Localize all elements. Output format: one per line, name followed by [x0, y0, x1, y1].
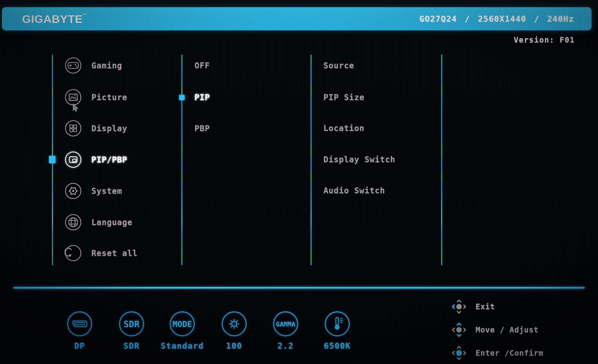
svg-text:GAMMA: GAMMA — [276, 321, 295, 328]
status-value: 2.2 — [259, 341, 312, 351]
sidebar-item-label: Gaming — [91, 61, 122, 70]
footer-divider — [13, 287, 585, 289]
status-value: SDR — [105, 341, 158, 351]
color-temperature-icon — [324, 311, 350, 337]
gigabyte-logo: GIGABYTE™ — [22, 12, 86, 25]
joystick-left-icon — [452, 299, 466, 315]
sidebar-item-label: Language — [91, 218, 133, 227]
header-bar: GIGABYTE™ GO27Q24 / 2560X1440 / 240Hz — [2, 7, 591, 30]
display-grid-icon — [65, 120, 82, 137]
svg-text:MODE: MODE — [173, 319, 192, 329]
option-item-pip-size[interactable]: PIP Size — [324, 92, 365, 102]
sidebar-item-label: Picture — [91, 92, 127, 102]
sidebar-item-label: Reset all — [91, 248, 138, 258]
osd-screen: GIGABYTE™ GO27Q24 / 2560X1440 / 240Hz Ve… — [0, 0, 598, 364]
legend-label: Move / Adjust — [475, 325, 539, 334]
sidebar-item-label: PIP/PBP — [91, 155, 127, 164]
model-info: GO27Q24 / 2560X1440 / 240Hz — [419, 14, 574, 24]
legend-exit: Exit — [452, 298, 495, 315]
refresh-rate: 240Hz — [547, 14, 574, 24]
gear-icon — [65, 182, 82, 200]
svg-text:SDR: SDR — [124, 319, 140, 329]
sidebar-item-language[interactable]: Language — [65, 214, 133, 231]
sidebar-selection-marker — [49, 156, 56, 163]
gamepad-icon — [65, 57, 82, 74]
option-item-location[interactable]: Location — [324, 123, 365, 133]
option-item-audio-switch[interactable]: Audio Switch — [324, 186, 385, 195]
legend-move-adjust: Move / Adjust — [452, 322, 539, 338]
scanline-overlay — [0, 0, 598, 364]
resolution: 2560X1440 — [478, 14, 526, 24]
options-left-divider-line — [311, 55, 311, 265]
submenu-divider-line — [182, 55, 182, 265]
separator: / — [532, 14, 542, 24]
separator: / — [462, 14, 473, 24]
option-item-display-switch[interactable]: Display Switch — [324, 154, 395, 164]
sidebar-item-gaming[interactable]: Gaming — [65, 57, 122, 74]
submenu-item-pip[interactable]: PIP — [194, 92, 210, 102]
status-value: DP — [53, 341, 106, 351]
sidebar-item-reset-all[interactable]: Reset all — [65, 244, 138, 262]
sidebar-item-picture[interactable]: Picture — [65, 89, 127, 106]
submenu-item-off[interactable]: OFF — [194, 60, 210, 71]
reset-icon — [65, 244, 82, 262]
submenu-item-pbp[interactable]: PBP — [194, 123, 210, 133]
joystick-press-icon — [452, 345, 466, 361]
sidebar-item-display[interactable]: Display — [65, 120, 127, 137]
displayport-icon — [67, 311, 92, 337]
status-value: 6500K — [311, 341, 364, 351]
status-item-brightness: 100 — [208, 311, 260, 351]
sidebar-item-label: System — [91, 186, 122, 196]
version-label: Version: F01 — [514, 35, 575, 44]
options-right-divider-line — [441, 55, 442, 265]
status-item-gamma: GAMMA 2.2 — [259, 311, 312, 351]
sidebar-item-pip-pbp[interactable]: PIP/PBP — [65, 151, 127, 168]
legend-label: Enter /Confirm — [475, 348, 543, 357]
joystick-up-down-icon — [452, 322, 466, 338]
legend-enter-confirm: Enter /Confirm — [452, 345, 543, 361]
pip-pbp-icon — [65, 151, 82, 168]
status-item-input-source: DP — [53, 311, 106, 351]
gamma-icon: GAMMA — [273, 311, 299, 337]
sdr-icon: SDR — [119, 311, 144, 337]
vignette-overlay — [0, 0, 598, 364]
status-value: 100 — [208, 341, 260, 351]
picture-icon — [65, 89, 82, 106]
status-item-picture-mode: MODE Standard — [156, 311, 208, 351]
sidebar-item-label: Display — [91, 124, 127, 133]
status-item-color-temperature: 6500K — [311, 311, 364, 351]
trademark-symbol: ™ — [83, 13, 86, 17]
brightness-icon — [221, 311, 247, 337]
legend-label: Exit — [475, 302, 495, 311]
submenu-selection-marker — [179, 95, 185, 100]
mouse-cursor — [73, 104, 80, 112]
model-name: GO27Q24 — [419, 14, 457, 24]
mode-icon: MODE — [169, 311, 195, 337]
globe-icon — [65, 214, 82, 231]
status-item-hdr-mode: SDR SDR — [105, 311, 158, 351]
sidebar-item-system[interactable]: System — [65, 182, 122, 200]
option-item-source[interactable]: Source — [324, 60, 354, 71]
status-value: Standard — [156, 341, 208, 351]
